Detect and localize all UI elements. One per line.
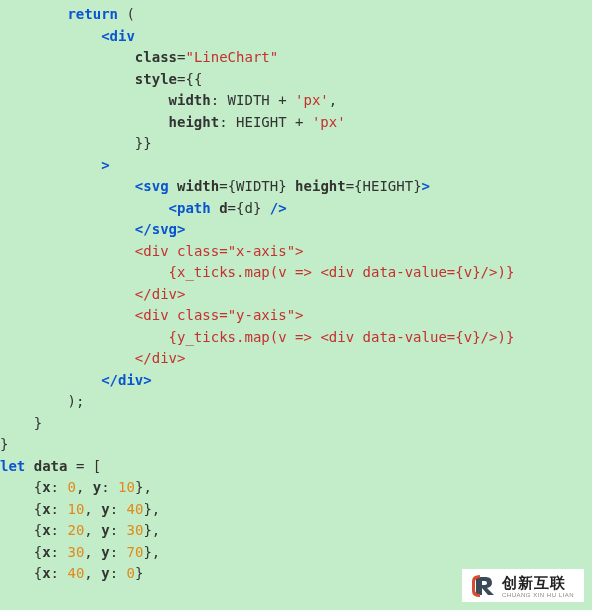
watermark-cn: 创新互联 — [502, 575, 574, 590]
watermark-py: CHUANG XIN HU LIAN — [502, 592, 574, 598]
watermark: 创新互联 CHUANG XIN HU LIAN — [462, 569, 584, 602]
code-block: return ( <div class="LineChart" style={{… — [0, 0, 592, 585]
watermark-text: 创新互联 CHUANG XIN HU LIAN — [502, 575, 574, 598]
watermark-logo-icon — [470, 573, 496, 599]
